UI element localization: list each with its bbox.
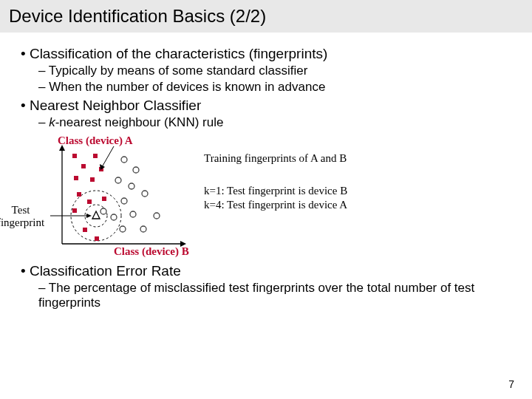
training-label: Training fingerprints of A and B	[204, 152, 347, 165]
svg-marker-3	[180, 241, 186, 247]
test-fingerprint-label: Test fingerprint	[0, 204, 47, 228]
svg-rect-11	[90, 177, 95, 182]
svg-rect-13	[72, 208, 77, 213]
svg-point-22	[142, 191, 148, 197]
bullet-2: • Nearest Neighbor Classifier	[21, 98, 511, 114]
k-italic: k	[49, 115, 55, 129]
slide-title: Device Identification Basics (2/2)	[0, 0, 532, 33]
bullet-3: • Classification Error Rate	[21, 263, 511, 279]
svg-rect-8	[81, 164, 86, 168]
knn-diagram-row: Class (device) A Test fingerprint Class …	[50, 134, 511, 260]
slide-body: • Classification of the characteristics …	[0, 33, 532, 310]
svg-point-18	[121, 157, 127, 163]
svg-point-26	[130, 211, 136, 217]
svg-rect-6	[72, 154, 77, 158]
svg-rect-14	[87, 200, 92, 204]
k4-line: k=4: Test fingerprint is device A	[204, 198, 347, 212]
bullet-1-sub-1: – Typically by means of some standard cl…	[38, 64, 511, 78]
svg-marker-1	[59, 145, 65, 151]
svg-rect-15	[102, 197, 106, 201]
svg-point-23	[121, 198, 127, 204]
svg-line-33	[102, 146, 114, 167]
text: –	[38, 115, 49, 129]
svg-point-27	[120, 226, 126, 232]
bullet-2-sub-1: – k-nearest neighbour (KNN) rule	[38, 115, 511, 130]
svg-rect-17	[95, 236, 99, 241]
svg-point-19	[133, 167, 139, 173]
svg-point-20	[115, 177, 121, 183]
k1-line: k=1: Test fingerprint is device B	[204, 184, 347, 198]
knn-svg	[50, 134, 191, 260]
svg-point-28	[140, 226, 146, 232]
knn-diagram: Class (device) A Test fingerprint Class …	[50, 134, 191, 260]
text: -nearest neighbour (KNN) rule	[55, 115, 224, 129]
diagram-side-text: Training fingerprints of A and B k=1: Te…	[204, 134, 347, 212]
svg-rect-16	[83, 228, 87, 232]
bullet-3-sub-1: – The percentage of misclassified test f…	[38, 281, 482, 310]
page-number: 7	[508, 378, 514, 390]
svg-marker-32	[86, 214, 92, 218]
svg-point-24	[100, 208, 106, 214]
svg-point-25	[111, 214, 117, 220]
bullet-1: • Classification of the characteristics …	[21, 46, 511, 62]
svg-rect-12	[77, 192, 81, 197]
svg-point-29	[154, 213, 160, 219]
bullet-1-sub-2: – When the number of devices is known in…	[38, 80, 511, 95]
svg-rect-7	[93, 154, 98, 158]
svg-rect-10	[74, 176, 78, 180]
svg-point-21	[129, 183, 134, 189]
svg-marker-30	[92, 211, 100, 219]
